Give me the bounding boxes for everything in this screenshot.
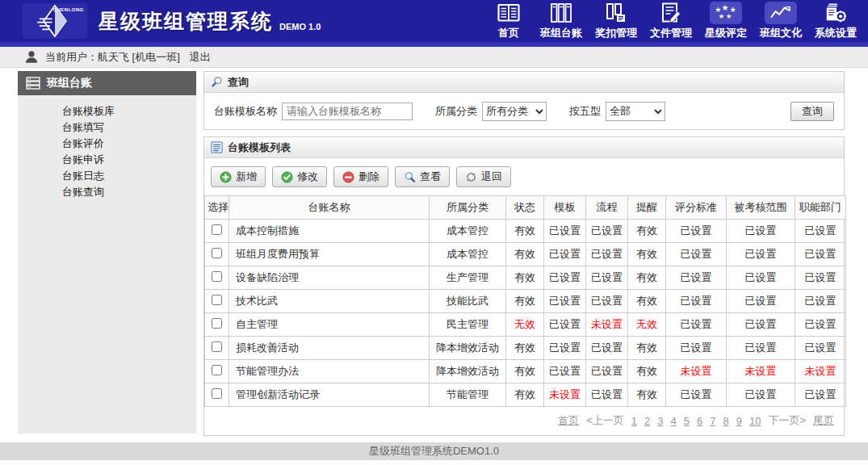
data-cell: 已设置	[795, 220, 846, 243]
page-2[interactable]: 2	[644, 415, 650, 427]
toolbar-button-label: 修改	[297, 170, 318, 184]
page-9[interactable]: 9	[736, 415, 742, 427]
page-7[interactable]: 7	[710, 415, 715, 427]
delete-button[interactable]: 删除	[333, 166, 388, 187]
row-checkbox[interactable]	[212, 224, 222, 235]
view-button[interactable]: 查看	[395, 166, 450, 187]
data-cell: 已设置	[727, 337, 795, 360]
view-icon	[404, 171, 416, 183]
page-last[interactable]: 尾页	[813, 413, 834, 428]
topnav-item-reward-mgmt[interactable]: 奖扣管理	[595, 2, 637, 40]
topnav-item-home[interactable]: 首页	[490, 2, 527, 40]
main-content: 查询 台账模板名称 所属分类 所有分类 按五型 全部 查询	[203, 71, 845, 436]
page-1[interactable]: 1	[631, 415, 637, 427]
topnav-item-file-mgmt[interactable]: 文件管理	[650, 2, 692, 40]
data-cell: 有效	[506, 220, 544, 243]
list-panel-title: 台账模板列表	[228, 140, 291, 155]
data-cell: 已设置	[586, 383, 628, 407]
row-checkbox[interactable]	[212, 248, 222, 258]
edit-button[interactable]: 修改	[272, 166, 327, 187]
home-icon	[497, 2, 520, 24]
sidebar-item-template-library[interactable]: 台账模板库	[18, 103, 196, 119]
sidebar-item-ledger-query[interactable]: 台账查询	[18, 184, 196, 200]
page-3[interactable]: 3	[657, 415, 663, 427]
footer-bar: 星级班组管理系统DEMO1.0	[0, 442, 868, 460]
table-row: 自主管理民主管理无效已设置未设置无效已设置已设置已设置	[205, 313, 846, 337]
data-cell: 有效	[506, 266, 544, 290]
data-cell: 已设置	[795, 313, 846, 337]
topnav-item-team-culture[interactable]: 班组文化	[760, 2, 802, 40]
select-cell	[205, 313, 229, 337]
row-checkbox[interactable]	[212, 318, 222, 329]
return-button[interactable]: 退回	[456, 166, 511, 187]
row-checkbox[interactable]	[212, 295, 222, 305]
select-cell	[205, 360, 229, 383]
data-cell: 节能管理	[430, 383, 506, 407]
svg-text:★: ★	[721, 3, 728, 12]
top-navbar: CHENLONG 星级班组管理系统 DEMO 1.0 首页班组台账奖扣管理文件管…	[0, 0, 868, 42]
svg-text:★: ★	[719, 12, 724, 20]
page-8[interactable]: 8	[723, 415, 728, 427]
page-prev[interactable]: <上一页	[586, 413, 624, 428]
select-cell	[205, 290, 229, 313]
topnav-item-label: 班组台账	[540, 26, 582, 40]
sidebar-item-ledger-fill[interactable]: 台账填写	[18, 119, 196, 136]
column-header-7: 评分标准	[666, 196, 727, 220]
data-cell: 未设置	[666, 360, 727, 383]
ledger-name-cell: 技术比武	[229, 290, 430, 313]
query-panel: 查询 台账模板名称 所属分类 所有分类 按五型 全部 查询	[203, 71, 845, 130]
return-icon	[465, 171, 477, 183]
page-next[interactable]: 下一页>	[768, 413, 806, 428]
query-form: 台账模板名称 所属分类 所有分类 按五型 全部 查询	[204, 93, 844, 129]
data-cell: 已设置	[586, 337, 628, 360]
topnav-item-system-settings[interactable]: 系统设置	[815, 2, 857, 40]
ledger-name-cell: 自主管理	[229, 313, 430, 337]
template-name-input[interactable]	[282, 103, 413, 120]
five-type-select[interactable]: 全部	[606, 102, 665, 121]
logo-text: CHENLONG	[53, 7, 84, 12]
template-name-label: 台账模板名称	[214, 104, 277, 119]
stars-icon: ★★★★★	[710, 2, 742, 24]
page-5[interactable]: 5	[684, 415, 690, 427]
topnav-item-team-ledger[interactable]: 班组台账	[540, 2, 582, 40]
page-first[interactable]: 首页	[558, 413, 579, 428]
table-row: 班组月度费用预算成本管控有效已设置已设置有效已设置已设置已设置	[205, 243, 846, 266]
category-select[interactable]: 所有分类	[482, 102, 547, 121]
file-icon	[660, 2, 682, 24]
sidebar-item-ledger-log[interactable]: 台账日志	[18, 168, 196, 184]
sidebar-item-ledger-appeal[interactable]: 台账申诉	[18, 152, 196, 168]
data-cell: 已设置	[544, 266, 586, 290]
data-cell: 已设置	[544, 243, 586, 266]
data-cell: 有效	[506, 243, 544, 266]
data-cell: 有效	[628, 243, 666, 266]
chart-icon	[765, 2, 797, 24]
add-button[interactable]: 新增	[211, 166, 266, 187]
data-cell: 有效	[506, 360, 544, 383]
sidebar-item-ledger-evaluate[interactable]: 台账评价	[18, 136, 196, 152]
user-icon	[24, 50, 39, 64]
data-cell: 已设置	[666, 266, 727, 290]
row-checkbox[interactable]	[212, 271, 222, 282]
add-icon	[220, 171, 232, 183]
page-10[interactable]: 10	[749, 415, 761, 427]
column-header-4: 模板	[544, 196, 586, 220]
data-cell: 未设置	[795, 360, 846, 383]
pagination: 首页<上一页12345678910下一页>尾页	[204, 407, 844, 435]
data-cell: 有效	[628, 383, 666, 407]
row-checkbox[interactable]	[212, 341, 222, 352]
topnav-item-star-rating[interactable]: ★★★★★星级评定	[705, 2, 747, 40]
table-row: 管理创新活动记录节能管理有效未设置已设置有效已设置已设置已设置	[205, 383, 846, 407]
category-label: 所属分类	[435, 104, 477, 119]
row-checkbox[interactable]	[212, 365, 222, 375]
data-cell: 已设置	[586, 243, 628, 266]
search-button[interactable]: 查询	[790, 102, 834, 121]
logout-link[interactable]: 退出	[190, 50, 211, 65]
sidebar-header-label: 班组台账	[47, 76, 92, 90]
page-6[interactable]: 6	[697, 415, 702, 427]
page-4[interactable]: 4	[671, 415, 677, 427]
settings-icon	[824, 2, 847, 24]
data-cell: 已设置	[727, 243, 795, 266]
column-header-6: 提醒	[628, 196, 666, 220]
row-checkbox[interactable]	[212, 388, 222, 399]
data-cell: 已设置	[727, 266, 795, 290]
